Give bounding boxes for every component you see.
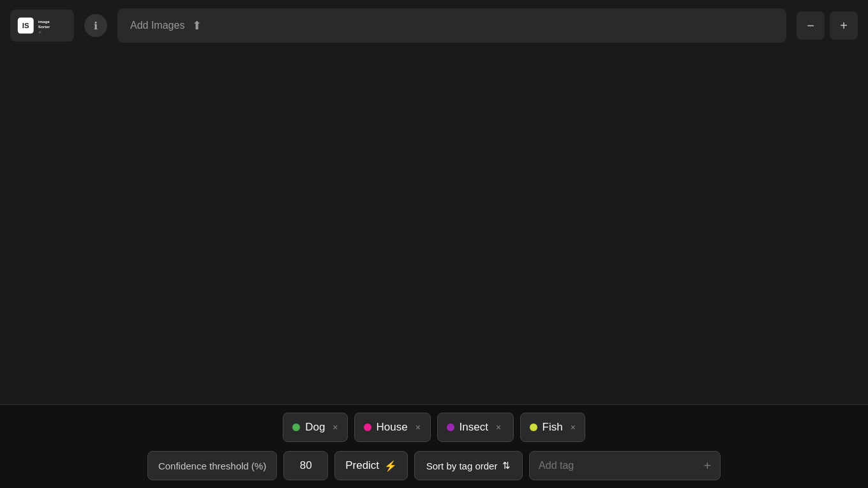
svg-text:image: image [38, 19, 50, 24]
fish-dot [530, 423, 537, 431]
insect-label: Insect [460, 421, 488, 434]
svg-text:IS: IS [22, 22, 29, 29]
add-tag-input[interactable]: Add tag + [529, 451, 721, 480]
zoom-in-button[interactable]: + [830, 11, 858, 40]
sort-label: Sort by tag order [426, 461, 498, 471]
sort-button[interactable]: Sort by tag order ⇅ [414, 451, 523, 480]
insect-remove[interactable]: × [496, 422, 501, 432]
info-button[interactable]: ℹ [84, 14, 107, 37]
zoom-out-icon: − [807, 19, 814, 33]
predict-label: Predict [345, 459, 379, 472]
svg-text:Sorter: Sorter [38, 24, 50, 29]
lightning-icon: ⚡ [384, 460, 397, 472]
dog-label: Dog [305, 421, 325, 434]
house-label: House [377, 421, 408, 434]
add-images-bar[interactable]: Add Images ⬆ [117, 8, 786, 43]
predict-button[interactable]: Predict ⚡ [334, 451, 408, 480]
controls-row: Confidence threshold (%) 80 Predict ⚡ So… [147, 451, 721, 480]
tag-chip-dog[interactable]: Dog × [283, 413, 347, 442]
insect-dot [447, 423, 454, 431]
add-tag-placeholder: Add tag [539, 460, 574, 471]
upload-icon: ⬆ [192, 19, 202, 33]
dog-remove[interactable]: × [333, 422, 338, 432]
fish-remove[interactable]: × [571, 422, 576, 432]
tag-chip-house[interactable]: House × [354, 413, 431, 442]
sort-icon: ⇅ [502, 460, 511, 471]
add-images-label: Add Images [130, 20, 184, 31]
dog-dot [292, 423, 300, 431]
zoom-controls: − + [797, 11, 858, 40]
confidence-label: Confidence threshold (%) [147, 451, 277, 480]
tag-chip-insect[interactable]: Insect × [437, 413, 514, 442]
bottom-panel: Dog × House × Insect × Fish × Confidence… [0, 405, 868, 488]
svg-text:.io: .io [38, 31, 41, 34]
add-tag-plus-icon: + [703, 459, 711, 473]
info-icon: ℹ [94, 20, 98, 32]
zoom-out-button[interactable]: − [797, 11, 825, 40]
logo: IS image Sorter .io [10, 10, 74, 42]
tag-chip-fish[interactable]: Fish × [520, 413, 585, 442]
house-dot [364, 423, 371, 431]
zoom-in-icon: + [840, 19, 848, 33]
tags-row: Dog × House × Insect × Fish × [283, 413, 585, 442]
top-bar: IS image Sorter .io ℹ Add Images ⬆ − + [0, 0, 868, 51]
main-canvas [0, 51, 868, 405]
confidence-value[interactable]: 80 [283, 451, 328, 480]
fish-label: Fish [542, 421, 563, 434]
house-remove[interactable]: × [415, 422, 421, 432]
